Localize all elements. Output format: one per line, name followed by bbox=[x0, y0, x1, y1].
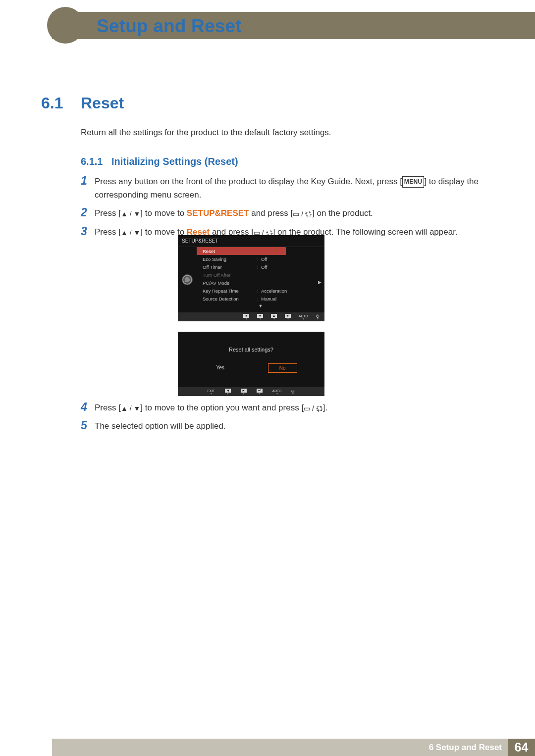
page-number: 64 bbox=[508, 739, 535, 756]
text: ] on the product. bbox=[312, 208, 373, 218]
text: Press [ bbox=[95, 227, 121, 237]
up-icon: ▲ bbox=[121, 210, 128, 218]
section-title: Reset bbox=[81, 94, 124, 112]
key-right: ►▾ bbox=[241, 389, 247, 395]
osd-item-key-repeat-time: Key Repeat Time : Acceleration bbox=[197, 287, 324, 295]
step-4: 4 Press [▲ / ▼] to move to the option yo… bbox=[81, 401, 495, 414]
value: Off bbox=[261, 264, 324, 270]
step-5: 5 The selected option will be applied. bbox=[81, 419, 495, 433]
key-left: ◄▾ bbox=[243, 314, 249, 320]
osd-sidebar bbox=[178, 247, 197, 312]
down-icon: ▼ bbox=[133, 404, 140, 412]
yes-option: Yes bbox=[205, 363, 235, 373]
gear-icon bbox=[182, 275, 192, 285]
rect-icon: ▭ bbox=[293, 210, 299, 218]
label: Eco Saving bbox=[203, 256, 257, 262]
text: ]. bbox=[323, 403, 327, 412]
page-footer: 6 Setup and Reset 64 bbox=[52, 739, 535, 756]
text: ] to move to bbox=[140, 208, 187, 218]
label: Source Detection bbox=[203, 296, 257, 302]
text: Press [ bbox=[95, 403, 121, 412]
subsection-number: 6.1.1 bbox=[81, 156, 103, 167]
key-up: ▲▾ bbox=[271, 314, 277, 320]
confirm-question: Reset all settings? bbox=[178, 332, 324, 353]
up-icon: ▲ bbox=[121, 404, 128, 412]
slash: / bbox=[128, 210, 134, 218]
key-left: ◄▾ bbox=[225, 389, 231, 395]
key-auto: AUTO▾ bbox=[299, 314, 308, 320]
label: Reset bbox=[203, 249, 257, 254]
key-right: ►▾ bbox=[285, 314, 291, 320]
osd-footer-keys: EXIT▾ ◄▾ ►▾ ↵▾ AUTO▾ ⏻▾ bbox=[178, 387, 324, 396]
text: Press any button on the front of the pro… bbox=[95, 177, 402, 186]
section-intro: Return all the settings for the product … bbox=[81, 128, 331, 138]
key-exit: EXIT▾ bbox=[207, 389, 214, 395]
enter-icon: ⮔ bbox=[316, 404, 323, 412]
key-auto: AUTO▾ bbox=[272, 389, 282, 395]
section-number: 6.1 bbox=[41, 94, 63, 112]
step-2: 2 Press [▲ / ▼] to move to SETUP&RESET a… bbox=[81, 206, 495, 220]
value: Off bbox=[261, 256, 324, 262]
osd-item-eco-saving: Eco Saving : Off bbox=[197, 255, 324, 263]
slash: / bbox=[310, 404, 316, 412]
osd-item-pc-av-mode: PC/AV Mode bbox=[197, 279, 324, 287]
steps-list-lower: 4 Press [▲ / ▼] to move to the option yo… bbox=[81, 401, 495, 438]
step-body: The selected option will be applied. bbox=[95, 419, 495, 433]
label: Off Timer bbox=[203, 264, 257, 270]
step-number: 2 bbox=[81, 206, 95, 219]
keyword: SETUP&RESET bbox=[187, 208, 249, 218]
osd-item-off-timer: Off Timer : Off bbox=[197, 263, 324, 271]
text: ] to move to the option you want and pre… bbox=[140, 403, 304, 412]
footer-label: 6 Setup and Reset bbox=[429, 739, 508, 756]
osd-item-source-detection: Source Detection : Manual bbox=[197, 295, 324, 302]
step-number: 1 bbox=[81, 175, 95, 187]
text: Press [ bbox=[95, 208, 121, 218]
enter-icon: ⮔ bbox=[305, 210, 312, 218]
value: Manual bbox=[261, 296, 324, 302]
rect-icon: ▭ bbox=[304, 404, 310, 412]
osd-menu-screenshot: SETUP&RESET Reset Eco Saving : Off Off T… bbox=[178, 235, 324, 321]
step-number: 4 bbox=[81, 401, 95, 413]
chapter-title: Setup and Reset bbox=[97, 16, 242, 37]
down-icon: ▼ bbox=[133, 210, 140, 218]
step-body: Press any button on the front of the pro… bbox=[95, 175, 495, 202]
down-icon: ▼ bbox=[133, 229, 140, 237]
osd-footer-keys: ◄▾ ▼▾ ▲▾ ►▾ AUTO▾ ⏻▾ bbox=[178, 312, 324, 321]
steps-list-upper: 1 Press any button on the front of the p… bbox=[81, 175, 495, 244]
step-body: Press [▲ / ▼] to move to the option you … bbox=[95, 401, 495, 414]
key-down: ▼▾ bbox=[257, 314, 263, 320]
key-power-icon: ⏻▾ bbox=[316, 314, 320, 320]
osd-menu-list: Reset Eco Saving : Off Off Timer : Off T… bbox=[197, 247, 324, 312]
step-number: 3 bbox=[81, 225, 95, 238]
step-number: 5 bbox=[81, 419, 95, 432]
menu-key: MENU bbox=[402, 176, 425, 188]
step-1: 1 Press any button on the front of the p… bbox=[81, 175, 495, 202]
up-icon: ▲ bbox=[121, 229, 128, 237]
value: Acceleration bbox=[261, 288, 324, 294]
chapter-circle-icon bbox=[47, 7, 84, 44]
chevron-down-icon: ▼ bbox=[197, 303, 324, 308]
osd-item-turn-off-after: Turn Off After bbox=[197, 271, 324, 279]
slash: / bbox=[128, 404, 134, 412]
key-enter: ↵▾ bbox=[257, 389, 263, 395]
slash: / bbox=[299, 210, 305, 218]
osd-confirm-screenshot: Reset all settings? Yes No EXIT▾ ◄▾ ►▾ ↵… bbox=[178, 332, 324, 396]
osd-item-reset: Reset bbox=[197, 247, 286, 255]
slash: / bbox=[128, 229, 134, 237]
label: Turn Off After bbox=[203, 272, 257, 278]
label: Key Repeat Time bbox=[203, 288, 257, 294]
subsection-title: Initializing Settings (Reset) bbox=[111, 156, 238, 167]
step-body: Press [▲ / ▼] to move to SETUP&RESET and… bbox=[95, 206, 495, 220]
chevron-right-icon: ▶ bbox=[318, 280, 321, 285]
osd-title: SETUP&RESET bbox=[178, 235, 324, 247]
text: and press [ bbox=[249, 208, 293, 218]
key-power-icon: ⏻▾ bbox=[291, 389, 295, 395]
label: PC/AV Mode bbox=[203, 280, 257, 286]
no-option: No bbox=[268, 363, 297, 373]
